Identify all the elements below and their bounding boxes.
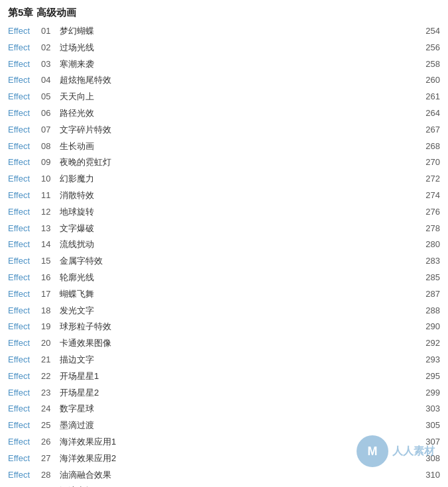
item-page: 270 xyxy=(414,156,440,170)
item-page: 287 xyxy=(414,288,440,301)
item-title: 油滴融合效果 xyxy=(60,468,414,482)
item-title: 地球旋转 xyxy=(60,205,414,219)
item-number: 22 xyxy=(41,370,60,384)
effect-label: Effect xyxy=(8,25,41,38)
item-number: 12 xyxy=(41,205,60,219)
item-title: 流线扰动 xyxy=(60,238,414,252)
watermark: M 人人素材 xyxy=(357,435,435,467)
item-title: 发光文字 xyxy=(60,304,414,318)
item-page: 283 xyxy=(414,254,440,268)
effect-label: Effect xyxy=(8,386,41,400)
item-title: 描边文字 xyxy=(60,353,414,367)
item-title: 球形粒子特效 xyxy=(60,320,414,334)
table-row: Effect 06 路径光效 264 xyxy=(8,105,440,122)
effect-label: Effect xyxy=(8,353,41,367)
effect-label: Effect xyxy=(8,58,41,72)
effect-label: Effect xyxy=(8,435,41,449)
table-row: Effect 28 油滴融合效果 310 xyxy=(8,467,440,484)
item-title: 墨滴过渡 xyxy=(60,419,414,433)
item-number: 02 xyxy=(41,41,60,55)
item-number: 03 xyxy=(41,58,60,72)
table-row: Effect 01 梦幻蝴蝶 254 xyxy=(8,23,440,40)
item-page: 258 xyxy=(414,58,440,72)
item-number: 27 xyxy=(41,452,60,466)
item-number: 13 xyxy=(41,222,60,236)
item-page: 254 xyxy=(414,25,440,38)
item-page: 278 xyxy=(414,222,440,236)
item-page: 274 xyxy=(414,189,440,203)
item-page: 267 xyxy=(414,123,440,137)
item-page: 261 xyxy=(414,90,440,104)
item-number: 11 xyxy=(41,189,60,203)
table-row: Effect 02 过场光线 256 xyxy=(8,40,440,56)
item-number: 15 xyxy=(41,254,60,268)
table-row: Effect 14 流线扰动 280 xyxy=(8,237,440,253)
item-page: 272 xyxy=(414,172,440,186)
item-page: 295 xyxy=(414,370,440,384)
item-page: 303 xyxy=(414,402,440,416)
item-title: 蝴蝶飞舞 xyxy=(60,288,414,301)
watermark-icon: M xyxy=(357,435,388,467)
item-title: 梦幻蝴蝶 xyxy=(60,25,414,38)
item-title: 寒潮来袭 xyxy=(60,58,414,72)
item-number: 06 xyxy=(41,107,60,121)
item-title: 超炫拖尾特效 xyxy=(60,74,414,87)
effect-label: Effect xyxy=(8,107,41,121)
item-title: 数字星球 xyxy=(60,402,414,416)
table-row: Effect 05 天天向上 261 xyxy=(8,89,440,105)
chapter-title: 第5章 高级动画 xyxy=(8,7,440,19)
item-number: 18 xyxy=(41,304,60,318)
table-row: Effect 07 文字碎片特效 267 xyxy=(8,122,440,138)
table-row: Effect 23 开场星星2 299 xyxy=(8,385,440,402)
effect-label: Effect xyxy=(8,320,41,334)
item-page: 256 xyxy=(414,41,440,55)
effect-label: Effect xyxy=(8,123,41,137)
item-number: 21 xyxy=(41,353,60,367)
table-row: Effect 13 文字爆破 278 xyxy=(8,221,440,237)
item-number: 25 xyxy=(41,419,60,433)
item-page: 290 xyxy=(414,320,440,334)
table-row: Effect 03 寒潮来袭 258 xyxy=(8,56,440,73)
table-row: Effect 24 数字星球 303 xyxy=(8,401,440,417)
effect-label: Effect xyxy=(8,452,41,466)
effect-label: Effect xyxy=(8,271,41,285)
item-number: 23 xyxy=(41,386,60,400)
item-number: 17 xyxy=(41,288,60,301)
item-number: 08 xyxy=(41,140,60,154)
item-page: 260 xyxy=(414,74,440,87)
table-row: Effect 17 蝴蝶飞舞 287 xyxy=(8,286,440,303)
item-title: 深邃空间 xyxy=(60,484,414,487)
table-row: Effect 09 夜晚的霓虹灯 270 xyxy=(8,154,440,171)
item-number: 05 xyxy=(41,90,60,104)
effect-label: Effect xyxy=(8,205,41,219)
item-number: 24 xyxy=(41,402,60,416)
effect-label: Effect xyxy=(8,419,41,433)
item-page: 264 xyxy=(414,107,440,121)
effect-label: Effect xyxy=(8,41,41,55)
table-row: Effect 16 轮廓光线 285 xyxy=(8,270,440,286)
table-row: Effect 10 幻影魔力 272 xyxy=(8,171,440,188)
item-number: 04 xyxy=(41,74,60,87)
effect-label: Effect xyxy=(8,189,41,203)
item-number: 09 xyxy=(41,156,60,170)
table-row: Effect 20 卡通效果图像 292 xyxy=(8,335,440,352)
table-row: Effect 04 超炫拖尾特效 260 xyxy=(8,72,440,89)
table-row: Effect 19 球形粒子特效 290 xyxy=(8,319,440,335)
item-title: 路径光效 xyxy=(60,107,414,121)
effect-label: Effect xyxy=(8,222,41,236)
item-number: 26 xyxy=(41,435,60,449)
item-page: 312 xyxy=(414,484,440,487)
item-page: 293 xyxy=(414,353,440,367)
effect-label: Effect xyxy=(8,484,41,487)
table-row: Effect 22 开场星星1 295 xyxy=(8,368,440,385)
item-page: 310 xyxy=(414,468,440,482)
item-number: 07 xyxy=(41,123,60,137)
table-row: Effect 11 消散特效 274 xyxy=(8,188,440,204)
watermark-text: 人人素材 xyxy=(392,445,435,459)
item-page: 288 xyxy=(414,304,440,318)
item-page: 280 xyxy=(414,238,440,252)
effect-label: Effect xyxy=(8,288,41,301)
effect-label: Effect xyxy=(8,238,41,252)
item-number: 28 xyxy=(41,468,60,482)
item-title: 开场星星2 xyxy=(60,386,414,400)
